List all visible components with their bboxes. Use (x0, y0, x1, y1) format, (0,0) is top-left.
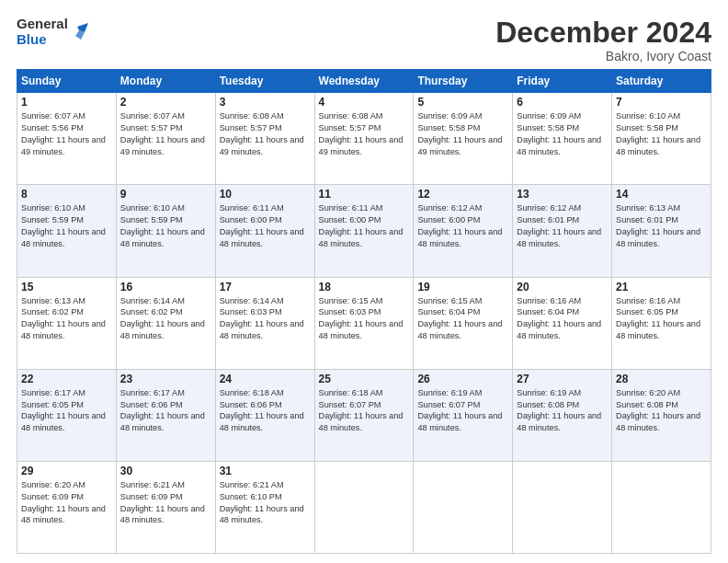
day-number: 20 (517, 281, 608, 293)
calendar-day-29: 29 Sunrise: 6:20 AMSunset: 6:09 PMDaylig… (17, 461, 117, 553)
day-info: Sunrise: 6:10 AMSunset: 5:59 PMDaylight:… (120, 203, 205, 248)
day-info: Sunrise: 6:19 AMSunset: 6:07 PMDaylight:… (417, 388, 502, 433)
day-info: Sunrise: 6:07 AMSunset: 5:56 PMDaylight:… (21, 111, 106, 156)
day-number: 9 (120, 188, 211, 201)
day-number: 30 (120, 465, 211, 477)
day-info: Sunrise: 6:15 AMSunset: 6:03 PMDaylight:… (319, 296, 404, 341)
logo-bird-icon (70, 23, 88, 41)
day-number: 12 (417, 188, 508, 201)
calendar-day-25: 25 Sunrise: 6:18 AMSunset: 6:07 PMDaylig… (314, 369, 414, 461)
empty-cell (513, 461, 612, 553)
calendar-day-5: 5 Sunrise: 6:09 AMSunset: 5:58 PMDayligh… (414, 93, 513, 185)
empty-cell (612, 461, 711, 553)
calendar-day-21: 21 Sunrise: 6:16 AMSunset: 6:05 PMDaylig… (612, 277, 711, 369)
day-number: 29 (21, 465, 112, 477)
calendar-day-8: 8 Sunrise: 6:10 AMSunset: 5:59 PMDayligh… (17, 185, 117, 277)
day-header-saturday: Saturday (612, 70, 711, 93)
calendar-day-27: 27 Sunrise: 6:19 AMSunset: 6:08 PMDaylig… (513, 369, 612, 461)
day-info: Sunrise: 6:15 AMSunset: 6:04 PMDaylight:… (417, 296, 502, 341)
day-info: Sunrise: 6:09 AMSunset: 5:58 PMDaylight:… (417, 111, 502, 156)
day-number: 18 (319, 281, 410, 293)
day-header-thursday: Thursday (414, 70, 513, 93)
empty-cell (314, 461, 414, 553)
calendar-day-6: 6 Sunrise: 6:09 AMSunset: 5:58 PMDayligh… (513, 93, 612, 185)
day-number: 31 (220, 465, 311, 477)
calendar-day-26: 26 Sunrise: 6:19 AMSunset: 6:07 PMDaylig… (414, 369, 513, 461)
day-info: Sunrise: 6:10 AMSunset: 5:58 PMDaylight:… (616, 111, 700, 156)
calendar-day-19: 19 Sunrise: 6:15 AMSunset: 6:04 PMDaylig… (414, 277, 513, 369)
calendar-day-24: 24 Sunrise: 6:18 AMSunset: 6:06 PMDaylig… (215, 369, 314, 461)
calendar-day-1: 1 Sunrise: 6:07 AMSunset: 5:56 PMDayligh… (17, 93, 117, 185)
calendar-day-17: 17 Sunrise: 6:14 AMSunset: 6:03 PMDaylig… (215, 277, 314, 369)
day-number: 19 (417, 281, 508, 293)
day-number: 21 (616, 281, 707, 293)
day-info: Sunrise: 6:08 AMSunset: 5:57 PMDaylight:… (319, 111, 404, 156)
day-info: Sunrise: 6:21 AMSunset: 6:10 PMDaylight:… (220, 480, 304, 525)
header: General Blue December 2024 Bakro, Ivory … (17, 17, 711, 63)
day-header-sunday: Sunday (17, 70, 117, 93)
day-info: Sunrise: 6:20 AMSunset: 6:08 PMDaylight:… (616, 388, 700, 433)
day-number: 28 (616, 373, 707, 385)
empty-cell (414, 461, 513, 553)
calendar-day-9: 9 Sunrise: 6:10 AMSunset: 5:59 PMDayligh… (116, 185, 215, 277)
title-block: December 2024 Bakro, Ivory Coast (495, 17, 711, 63)
day-number: 17 (220, 281, 311, 293)
calendar-week-3: 15 Sunrise: 6:13 AMSunset: 6:02 PMDaylig… (17, 277, 711, 369)
day-number: 2 (120, 96, 211, 109)
day-number: 13 (517, 188, 608, 201)
calendar-day-13: 13 Sunrise: 6:12 AMSunset: 6:01 PMDaylig… (513, 185, 612, 277)
day-number: 3 (220, 96, 311, 109)
calendar-day-3: 3 Sunrise: 6:08 AMSunset: 5:57 PMDayligh… (215, 93, 314, 185)
day-info: Sunrise: 6:12 AMSunset: 6:00 PMDaylight:… (417, 203, 502, 248)
calendar-week-4: 22 Sunrise: 6:17 AMSunset: 6:05 PMDaylig… (17, 369, 711, 461)
calendar-day-23: 23 Sunrise: 6:17 AMSunset: 6:06 PMDaylig… (116, 369, 215, 461)
calendar-day-10: 10 Sunrise: 6:11 AMSunset: 6:00 PMDaylig… (215, 185, 314, 277)
month-title: December 2024 (495, 17, 711, 49)
day-info: Sunrise: 6:19 AMSunset: 6:08 PMDaylight:… (517, 388, 601, 433)
day-info: Sunrise: 6:13 AMSunset: 6:02 PMDaylight:… (21, 296, 106, 341)
page: General Blue December 2024 Bakro, Ivory … (0, 0, 728, 563)
day-header-friday: Friday (513, 70, 612, 93)
day-info: Sunrise: 6:11 AMSunset: 6:00 PMDaylight:… (319, 203, 404, 248)
calendar-day-22: 22 Sunrise: 6:17 AMSunset: 6:05 PMDaylig… (17, 369, 117, 461)
day-header-tuesday: Tuesday (215, 70, 314, 93)
day-info: Sunrise: 6:18 AMSunset: 6:06 PMDaylight:… (220, 388, 304, 433)
day-number: 16 (120, 281, 211, 293)
calendar-week-2: 8 Sunrise: 6:10 AMSunset: 5:59 PMDayligh… (17, 185, 711, 277)
day-info: Sunrise: 6:09 AMSunset: 5:58 PMDaylight:… (517, 111, 601, 156)
day-number: 24 (220, 373, 311, 385)
calendar-day-16: 16 Sunrise: 6:14 AMSunset: 6:02 PMDaylig… (116, 277, 215, 369)
calendar-table: SundayMondayTuesdayWednesdayThursdayFrid… (17, 69, 711, 554)
day-info: Sunrise: 6:21 AMSunset: 6:09 PMDaylight:… (120, 480, 205, 525)
day-info: Sunrise: 6:17 AMSunset: 6:05 PMDaylight:… (21, 388, 106, 433)
day-info: Sunrise: 6:18 AMSunset: 6:07 PMDaylight:… (319, 388, 404, 433)
calendar-day-28: 28 Sunrise: 6:20 AMSunset: 6:08 PMDaylig… (612, 369, 711, 461)
day-header-monday: Monday (116, 70, 215, 93)
day-info: Sunrise: 6:20 AMSunset: 6:09 PMDaylight:… (21, 480, 106, 525)
logo: General Blue (17, 17, 88, 47)
calendar-day-20: 20 Sunrise: 6:16 AMSunset: 6:04 PMDaylig… (513, 277, 612, 369)
day-number: 14 (616, 188, 707, 201)
logo-general: General (17, 17, 68, 32)
day-number: 7 (616, 96, 707, 109)
calendar-day-11: 11 Sunrise: 6:11 AMSunset: 6:00 PMDaylig… (314, 185, 414, 277)
day-number: 22 (21, 373, 112, 385)
calendar-day-30: 30 Sunrise: 6:21 AMSunset: 6:09 PMDaylig… (116, 461, 215, 553)
calendar-day-7: 7 Sunrise: 6:10 AMSunset: 5:58 PMDayligh… (612, 93, 711, 185)
day-info: Sunrise: 6:08 AMSunset: 5:57 PMDaylight:… (220, 111, 304, 156)
day-info: Sunrise: 6:17 AMSunset: 6:06 PMDaylight:… (120, 388, 205, 433)
day-number: 6 (517, 96, 608, 109)
day-info: Sunrise: 6:07 AMSunset: 5:57 PMDaylight:… (120, 111, 205, 156)
day-number: 5 (417, 96, 508, 109)
logo-blue: Blue (17, 32, 68, 48)
day-number: 4 (319, 96, 410, 109)
day-info: Sunrise: 6:13 AMSunset: 6:01 PMDaylight:… (616, 203, 700, 248)
calendar-day-18: 18 Sunrise: 6:15 AMSunset: 6:03 PMDaylig… (314, 277, 414, 369)
day-number: 10 (220, 188, 311, 201)
day-number: 25 (319, 373, 410, 385)
day-info: Sunrise: 6:10 AMSunset: 5:59 PMDaylight:… (21, 203, 106, 248)
day-number: 27 (517, 373, 608, 385)
svg-marker-1 (75, 30, 85, 40)
calendar-week-1: 1 Sunrise: 6:07 AMSunset: 5:56 PMDayligh… (17, 93, 711, 185)
calendar-day-2: 2 Sunrise: 6:07 AMSunset: 5:57 PMDayligh… (116, 93, 215, 185)
